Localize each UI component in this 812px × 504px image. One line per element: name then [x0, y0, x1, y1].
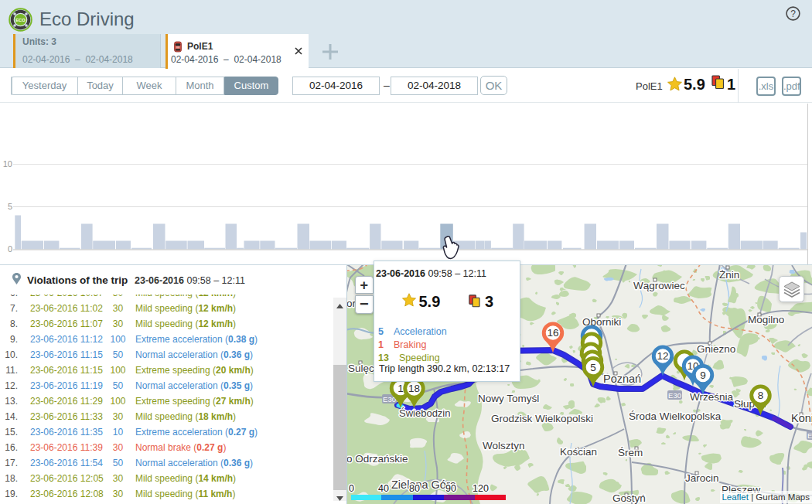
svg-text:0: 0	[8, 244, 12, 254]
svg-text:Gniezno: Gniezno	[697, 343, 735, 355]
svg-text:12: 12	[657, 350, 668, 362]
svg-text:0: 0	[349, 483, 354, 494]
svg-text:10: 10	[3, 159, 12, 169]
svg-text:Jarocin: Jarocin	[685, 472, 719, 484]
svg-text:Świebodzin: Świebodzin	[399, 407, 451, 419]
svg-text:Wągrowiec: Wągrowiec	[633, 280, 685, 291]
svg-text:Środa Wielkopolska: Środa Wielkopolska	[629, 410, 722, 422]
svg-text:Wolsztyn: Wolsztyn	[483, 440, 525, 451]
svg-text:E30: E30	[668, 391, 681, 400]
svg-text:Konin: Konin	[791, 412, 812, 424]
svg-text:80: 80	[409, 483, 420, 494]
svg-text:Gostyń: Gostyń	[612, 492, 646, 504]
svg-text:120: 120	[473, 483, 489, 494]
svg-text:9: 9	[700, 369, 706, 381]
svg-text:8: 8	[758, 390, 764, 401]
svg-text:Poznań: Poznań	[603, 373, 641, 385]
svg-text:Śrem: Śrem	[618, 447, 643, 458]
svg-text:5: 5	[8, 202, 12, 211]
svg-text:ECO: ECO	[15, 18, 26, 22]
svg-text:?: ?	[790, 9, 796, 19]
svg-text:Kościan: Kościan	[560, 446, 597, 458]
svg-text:Grodzisk Wielkopolski: Grodzisk Wielkopolski	[491, 413, 593, 424]
svg-text:1: 1	[397, 383, 404, 394]
svg-text:Września: Września	[690, 391, 734, 403]
svg-text:Mogilno: Mogilno	[748, 314, 784, 325]
svg-text:40: 40	[378, 483, 389, 494]
svg-text:o Odrzańskie: o Odrzańskie	[347, 453, 408, 465]
svg-text:Żnin: Żnin	[719, 269, 739, 281]
svg-text:Nowy Tomyśl: Nowy Tomyśl	[478, 393, 539, 404]
svg-text:90: 90	[445, 483, 456, 494]
svg-text:5: 5	[590, 362, 596, 373]
svg-text:16: 16	[547, 327, 558, 339]
svg-text:E30: E30	[807, 431, 812, 440]
svg-text:18: 18	[408, 383, 420, 394]
